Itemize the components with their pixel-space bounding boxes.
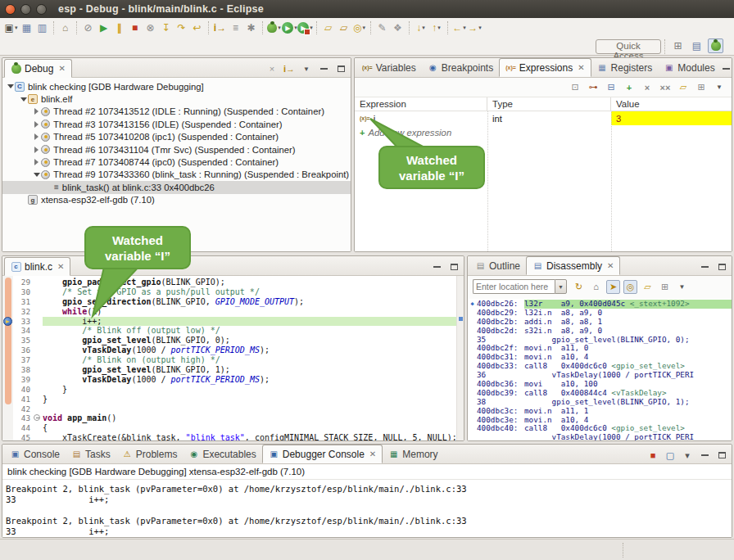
code-line[interactable]: 44{ bbox=[13, 423, 456, 433]
code-line[interactable]: 39 vTaskDelay(1000 / portTICK_PERIOD_MS)… bbox=[13, 375, 456, 385]
line-number[interactable]: 38 bbox=[13, 365, 33, 375]
tab-modules[interactable]: ▣Modules bbox=[658, 58, 720, 77]
line-number[interactable]: 29 bbox=[13, 278, 33, 287]
debug-tree-item[interactable]: Thread #5 1073410208 (ipc1) (Suspended :… bbox=[2, 131, 351, 143]
maximize-icon[interactable] bbox=[716, 261, 727, 273]
collapse-all-icon[interactable]: ⊟ bbox=[605, 82, 617, 93]
line-number[interactable]: 32 bbox=[13, 307, 33, 317]
minimize-icon[interactable] bbox=[431, 261, 442, 273]
tab-registers[interactable]: ▦Registers bbox=[591, 58, 659, 77]
open-type-icon[interactable]: ▱ bbox=[320, 20, 336, 35]
debug-tree-item[interactable]: Thread #2 1073413512 (IDLE : Running) (S… bbox=[2, 106, 351, 118]
window-minimize-button[interactable] bbox=[20, 4, 31, 15]
disconnect-icon[interactable]: ⊗ bbox=[143, 20, 158, 35]
view-menu-icon[interactable]: ▼ bbox=[301, 63, 312, 75]
tab-debugger-console[interactable]: ▣Debugger Console✕ bbox=[262, 445, 383, 463]
tree-expander-icon[interactable] bbox=[32, 133, 41, 140]
pin-view-icon[interactable]: ⊞ bbox=[695, 82, 707, 93]
line-number[interactable]: 35 bbox=[13, 336, 33, 345]
debug-tree-item[interactable]: Thread #7 1073408744 (ipc0) (Suspended :… bbox=[2, 156, 351, 168]
code-line[interactable]: 45 xTaskCreate(&blink_task, "blink_task"… bbox=[13, 433, 456, 440]
tab-disassembly[interactable]: ▤Disassembly✕ bbox=[526, 256, 620, 275]
new-view-icon[interactable]: ▱ bbox=[677, 82, 689, 93]
editor-marker-ruler[interactable] bbox=[2, 276, 13, 440]
console-output[interactable]: Breakpoint 2, blink_task (pvParameter=0x… bbox=[2, 480, 732, 537]
view-menu-icon[interactable]: ▼ bbox=[675, 280, 689, 294]
tab-breakpoints[interactable]: ◉Breakpoints bbox=[422, 58, 499, 77]
tree-expander-icon[interactable] bbox=[32, 159, 41, 165]
terminate-icon[interactable]: ■ bbox=[127, 20, 143, 35]
instruction-stepping-icon[interactable]: i→ bbox=[283, 63, 295, 75]
line-number[interactable]: 45 bbox=[13, 433, 33, 440]
tab-close-icon[interactable]: ✕ bbox=[607, 262, 614, 270]
disassembly-line[interactable]: vTaskDelay(1000 / portTICK_PERI bbox=[468, 433, 732, 440]
external-tools-icon[interactable]: ▶▾ bbox=[297, 20, 313, 35]
line-number[interactable]: 34 bbox=[13, 326, 33, 336]
use-step-filters-icon[interactable]: ✱ bbox=[243, 20, 259, 35]
toggle-annotations-icon[interactable]: ❖ bbox=[390, 20, 406, 35]
tab-console[interactable]: ▣Console bbox=[4, 445, 66, 463]
terminate-icon[interactable]: ■ bbox=[647, 449, 659, 461]
column-header-type[interactable]: Type bbox=[487, 97, 611, 111]
fold-collapse-icon[interactable] bbox=[34, 414, 40, 421]
code-line[interactable]: 43void app_main() bbox=[13, 413, 456, 423]
debug-tree-item[interactable]: gxtensa-esp32-elf-gdb (7.10) bbox=[2, 194, 351, 206]
suspend-icon[interactable]: ∥ bbox=[111, 20, 127, 35]
maximize-icon[interactable] bbox=[448, 261, 460, 273]
debug-tree-item[interactable]: ≡blink_task() at blink.c:33 0x400dbc26 bbox=[2, 181, 351, 193]
minimize-icon[interactable] bbox=[699, 261, 710, 273]
disassembly-line[interactable]: 400dbc2d:s32i.n a8, a9, 0 bbox=[468, 327, 732, 336]
back-icon[interactable]: ←▾ bbox=[451, 20, 467, 35]
tab-close-icon[interactable]: ✕ bbox=[58, 65, 65, 73]
line-number[interactable]: 43 bbox=[13, 413, 33, 423]
line-number[interactable]: 33 bbox=[13, 317, 33, 327]
debug-tree-item[interactable]: Thread #9 1073433360 (blink_task : Runni… bbox=[2, 169, 351, 181]
tree-expander-icon[interactable] bbox=[6, 84, 15, 88]
next-annotation-icon[interactable]: ↓▾ bbox=[413, 20, 428, 35]
code-line[interactable]: 35 gpio_set_level(BLINK_GPIO, 0); bbox=[13, 336, 456, 345]
location-dropdown-icon[interactable]: ▼ bbox=[555, 279, 567, 294]
line-number[interactable]: 37 bbox=[13, 355, 33, 365]
step-over-icon[interactable]: ↷ bbox=[174, 20, 189, 35]
home-icon[interactable]: ⌂ bbox=[589, 280, 603, 294]
column-header-value[interactable]: Value bbox=[611, 97, 732, 111]
line-number[interactable]: 42 bbox=[13, 404, 33, 414]
debug-perspective-icon[interactable] bbox=[708, 38, 723, 53]
line-number[interactable]: 44 bbox=[13, 423, 33, 433]
minimize-icon[interactable] bbox=[699, 449, 710, 461]
step-return-icon[interactable]: ↩ bbox=[189, 20, 205, 35]
code-line[interactable]: 34 /* Blink off (output low) */ bbox=[13, 326, 456, 336]
tab-outline[interactable]: ▤Outline bbox=[469, 256, 526, 275]
tab-variables[interactable]: (x)=Variables bbox=[356, 58, 422, 77]
debug-icon[interactable]: ▾ bbox=[266, 20, 282, 35]
console-dropdown-icon[interactable]: ▾ bbox=[682, 449, 693, 461]
code-line[interactable]: 38 gpio_set_level(BLINK_GPIO, 1); bbox=[13, 365, 456, 375]
tab-close-icon[interactable]: ✕ bbox=[369, 450, 376, 458]
overview-ruler[interactable] bbox=[456, 276, 464, 440]
window-maximize-button[interactable] bbox=[36, 4, 47, 15]
fold-margin[interactable] bbox=[33, 413, 43, 423]
breakpoint-instruction-pointer-icon[interactable] bbox=[3, 317, 12, 326]
code-line[interactable]: 37 /* Blink on (output high) */ bbox=[13, 355, 456, 365]
new-view-icon[interactable]: ▱ bbox=[641, 280, 655, 294]
save-icon[interactable]: ▦ bbox=[19, 20, 34, 35]
debug-tree-item[interactable]: Thread #6 1073431104 (Tmr Svc) (Suspende… bbox=[2, 143, 351, 156]
line-number[interactable]: 41 bbox=[13, 395, 33, 404]
line-number[interactable]: 36 bbox=[13, 345, 33, 355]
browse-mode-icon[interactable]: ◎ bbox=[623, 280, 637, 294]
tab-debug[interactable]: Debug✕ bbox=[4, 59, 72, 78]
step-into-icon[interactable]: ↧ bbox=[158, 20, 174, 35]
disassembly-line[interactable]: 400dbc3c:movi.n a11, 1 bbox=[468, 407, 732, 416]
maximize-icon[interactable] bbox=[716, 449, 727, 461]
code-line[interactable]: 42 bbox=[13, 404, 456, 414]
line-number[interactable]: 30 bbox=[13, 287, 33, 297]
disassembly-line[interactable]: 400dbc33:call8 0x400dc6c0 <gpio_set_leve… bbox=[468, 362, 732, 371]
window-close-button[interactable] bbox=[5, 4, 16, 15]
debug-tree-item[interactable]: Thread #3 1073413156 (IDLE) (Suspended :… bbox=[2, 118, 351, 130]
minimize-icon[interactable] bbox=[721, 63, 732, 75]
display-selected-console-icon[interactable]: ▢ bbox=[664, 449, 676, 461]
tab-blink-c[interactable]: cblink.c✕ bbox=[4, 257, 70, 276]
disassembly-line[interactable]: 400dbc40:call8 0x400dc6c0 <gpio_set_leve… bbox=[468, 424, 732, 433]
resume-icon[interactable]: ▶ bbox=[96, 20, 111, 35]
save-all-icon[interactable]: ▥ bbox=[34, 20, 50, 35]
